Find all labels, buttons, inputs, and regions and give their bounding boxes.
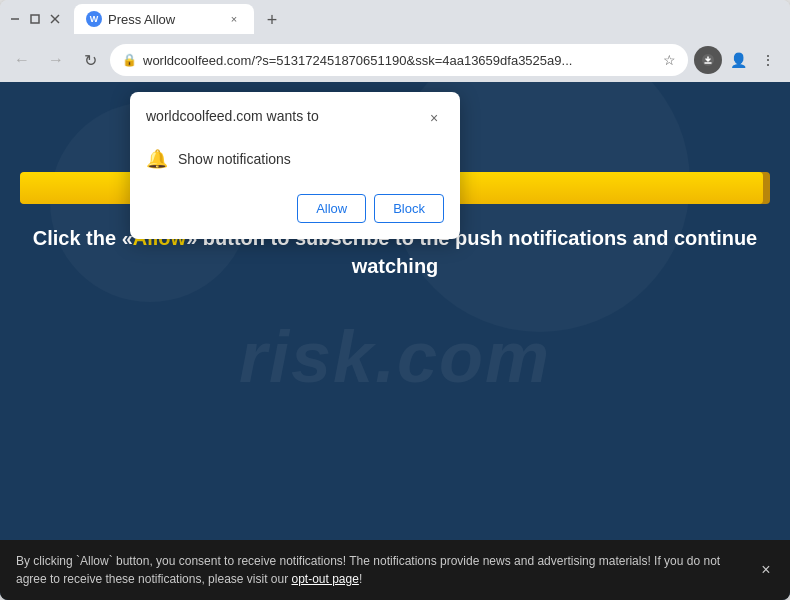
allow-button[interactable]: Allow: [297, 194, 366, 223]
forward-button[interactable]: →: [42, 46, 70, 74]
page-content: risk.com worldcoolfeed.com wants to × 🔔 …: [0, 82, 790, 600]
active-tab[interactable]: W Press Allow ×: [74, 4, 254, 34]
instruction-before: Click the «: [33, 227, 133, 249]
refresh-button[interactable]: ↻: [76, 46, 104, 74]
profile-icon[interactable]: 👤: [724, 46, 752, 74]
maximize-button[interactable]: [28, 12, 42, 26]
popup-title: worldcoolfeed.com wants to: [146, 108, 319, 124]
block-button[interactable]: Block: [374, 194, 444, 223]
back-button[interactable]: ←: [8, 46, 36, 74]
permission-text: Show notifications: [178, 151, 291, 167]
popup-close-button[interactable]: ×: [424, 108, 444, 128]
tab-bar: W Press Allow × +: [74, 4, 782, 34]
menu-icon[interactable]: ⋮: [754, 46, 782, 74]
new-tab-button[interactable]: +: [258, 6, 286, 34]
browser-window: W Press Allow × + ← → ↻ 🔒 worldcoolfeed.…: [0, 0, 790, 600]
svg-rect-1: [31, 15, 39, 23]
bell-icon: 🔔: [146, 148, 168, 170]
tab-close-button[interactable]: ×: [226, 11, 242, 27]
minimize-button[interactable]: [8, 12, 22, 26]
lock-icon: 🔒: [122, 53, 137, 67]
toolbar-icons: 👤 ⋮: [694, 46, 782, 74]
popup-header: worldcoolfeed.com wants to ×: [146, 108, 444, 128]
popup-permission-row: 🔔 Show notifications: [146, 140, 444, 178]
toolbar: ← → ↻ 🔒 worldcoolfeed.com/?s=51317245187…: [0, 38, 790, 82]
tab-favicon: W: [86, 11, 102, 27]
tab-title: Press Allow: [108, 12, 220, 27]
consent-text-end: !: [359, 572, 362, 586]
window-controls: [8, 12, 62, 26]
opt-out-link[interactable]: opt-out page: [291, 572, 358, 586]
watermark: risk.com: [239, 316, 551, 398]
download-icon[interactable]: [694, 46, 722, 74]
address-bar[interactable]: 🔒 worldcoolfeed.com/?s=51317245187065119…: [110, 44, 688, 76]
url-text: worldcoolfeed.com/?s=513172451870651190&…: [143, 53, 657, 68]
popup-actions: Allow Block: [146, 194, 444, 223]
consent-close-button[interactable]: ×: [754, 558, 778, 582]
notification-popup: worldcoolfeed.com wants to × 🔔 Show noti…: [130, 92, 460, 239]
title-bar: W Press Allow × +: [0, 0, 790, 38]
bookmark-icon[interactable]: ☆: [663, 52, 676, 68]
consent-text: By clicking `Allow` button, you consent …: [16, 554, 720, 586]
close-button[interactable]: [48, 12, 62, 26]
consent-bar: By clicking `Allow` button, you consent …: [0, 540, 790, 600]
